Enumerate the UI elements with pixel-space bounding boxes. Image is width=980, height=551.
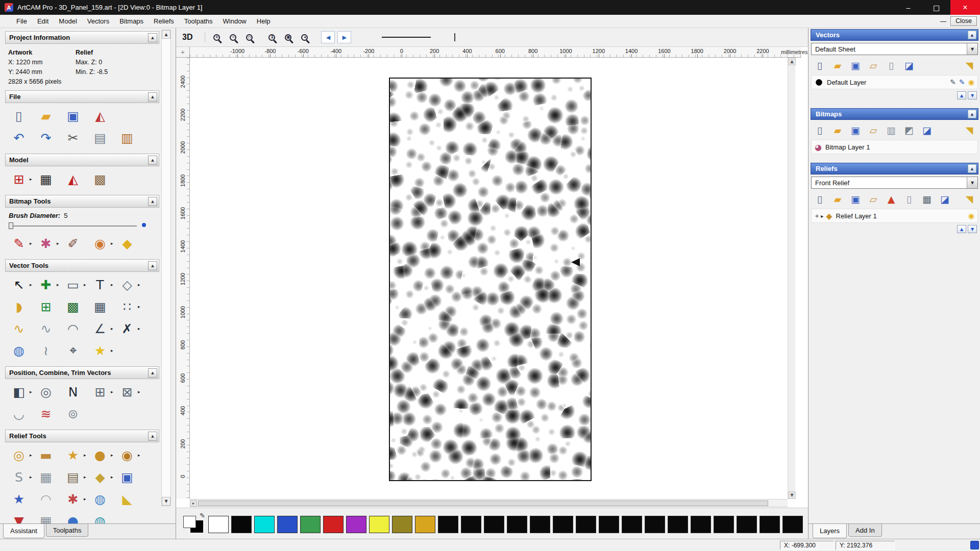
new-vector-layer[interactable]: ▯ (814, 59, 826, 71)
copy-vectors[interactable]: ▤ (89, 127, 111, 148)
new-relief-layer[interactable]: ▯ (814, 193, 826, 205)
pane-splitter-icon[interactable]: ▸ (190, 500, 197, 507)
flyout-arrow-icon[interactable]: ▸ (30, 389, 35, 394)
maximize-button[interactable]: □ (922, 0, 950, 15)
relief-extra-4[interactable]: ◍ (89, 510, 111, 523)
layer-visibility-toggle[interactable]: ◉ (968, 212, 974, 220)
flyout-arrow-icon[interactable]: ▸ (111, 453, 116, 458)
new-sheet[interactable]: ▯ (885, 59, 897, 71)
palette-swatch[interactable] (691, 516, 711, 533)
move-layer-down-button[interactable]: ▼ (968, 225, 977, 233)
two-rail-sweep[interactable]: ◆ (89, 466, 111, 488)
greyscale-toggle[interactable]: ◩ (903, 124, 915, 136)
zoom-in[interactable]: + (209, 31, 224, 44)
weave-wizard[interactable]: ▦ (35, 466, 57, 488)
delete-relief-layer[interactable]: ◪ (939, 193, 951, 205)
line-width-sample[interactable] (382, 37, 431, 38)
wrap-text-abc[interactable]: ▩ (62, 296, 84, 317)
shape-editor[interactable]: ◎ (8, 444, 30, 466)
import-bitmap-layer[interactable]: ▱ (867, 124, 879, 136)
pick-colour[interactable]: ✐ (62, 233, 84, 254)
palette-swatch[interactable] (576, 516, 596, 533)
palette-swatch[interactable] (760, 516, 780, 533)
move-layer-up-button[interactable]: ▲ (957, 225, 966, 233)
save-model[interactable]: ▣ (62, 105, 84, 127)
flyout-arrow-icon[interactable]: ▸ (111, 241, 116, 246)
flyout-arrow-icon[interactable]: ▸ (111, 282, 116, 287)
relief-extra-2[interactable]: ▦ (35, 510, 57, 523)
palette-swatch[interactable] (254, 516, 275, 533)
paint-selective[interactable]: ✱ (35, 233, 57, 254)
adjust-model-lighting[interactable]: ▦ (35, 168, 57, 190)
new-model[interactable]: ▯ (8, 105, 30, 127)
star-wizard[interactable]: ★ (8, 488, 30, 510)
palette-swatch[interactable] (461, 516, 481, 533)
create-rectangle[interactable]: ▭ (62, 274, 84, 295)
move-layer-down-button[interactable]: ▼ (968, 91, 977, 99)
scroll-up-icon[interactable]: ▲ (162, 30, 170, 39)
turn-shape[interactable]: ● (89, 444, 111, 466)
flyout-arrow-icon[interactable]: ▸ (84, 474, 89, 480)
scroll-up-icon[interactable]: ▲ (788, 58, 796, 65)
smooth-relief[interactable]: ▬ (35, 444, 57, 466)
palette-swatch[interactable] (782, 516, 803, 533)
flood-fill[interactable]: ◆ (116, 233, 138, 254)
collapse-icon[interactable]: ▲ (968, 31, 976, 39)
collapse-icon[interactable]: ▲ (148, 261, 157, 270)
palette-swatch[interactable] (438, 516, 458, 533)
relief-extra-1[interactable]: ▼ (8, 510, 30, 523)
menu-item[interactable]: Toolpaths (179, 15, 218, 28)
merge-vector-layers[interactable]: ◥ (963, 59, 975, 71)
open-vector-layer[interactable]: ▰ (831, 59, 844, 71)
zoom-fit[interactable]: ▣ (281, 31, 296, 44)
distort-vectors[interactable]: ≋ (35, 403, 57, 424)
bitmap-to-vector[interactable]: ▥ (885, 124, 897, 136)
collapse-icon[interactable]: ▲ (148, 92, 157, 102)
menu-item[interactable]: Reliefs (149, 15, 179, 28)
open-relief-layer[interactable]: ▰ (831, 193, 844, 205)
flyout-arrow-icon[interactable]: ▸ (30, 282, 35, 287)
save-bitmap-layer[interactable]: ▣ (849, 124, 862, 136)
relief-grid[interactable]: ▦ (921, 193, 933, 205)
menu-item[interactable]: Vectors (82, 15, 114, 28)
flyout-arrow-icon[interactable]: ▸ (30, 474, 35, 480)
new-relief-from-bitmap[interactable]: ▯ (903, 193, 915, 205)
slider-handle[interactable] (9, 222, 13, 229)
flyout-arrow-icon[interactable]: ▸ (30, 241, 35, 246)
collapse-icon[interactable]: ▲ (968, 164, 976, 173)
texture-flower[interactable]: ✱ (62, 488, 84, 510)
flyout-arrow-icon[interactable]: ▸ (111, 348, 116, 353)
texture-relief[interactable]: ◍ (89, 488, 111, 510)
palette-swatch[interactable] (323, 516, 344, 533)
palette-swatch[interactable] (369, 516, 389, 533)
move-layer-up-button[interactable]: ▲ (957, 91, 966, 99)
flyout-arrow-icon[interactable]: ▸ (111, 389, 116, 394)
menu-item[interactable]: Help (252, 15, 276, 28)
view-next[interactable]: ▶ (337, 31, 351, 43)
assistant-scrollbar[interactable]: ▲ ▼ (161, 30, 171, 506)
edit-colour-palette[interactable]: ◉ (89, 233, 111, 254)
palette-swatch[interactable] (553, 516, 573, 533)
block-copy[interactable]: ⊞ (35, 296, 57, 317)
flyout-arrow-icon[interactable]: ▸ (111, 326, 116, 331)
merge-bitmap-layers[interactable]: ◥ (963, 124, 975, 136)
flyout-arrow-icon[interactable]: ▸ (138, 304, 143, 309)
palette-swatch[interactable] (530, 516, 550, 533)
fit-curve[interactable]: ≀ (35, 340, 57, 361)
create-star[interactable]: ★ (89, 340, 111, 361)
angled-plane[interactable]: ◣ (116, 488, 138, 510)
import-3d-model[interactable]: ◭ (89, 105, 111, 127)
mdi-close-button[interactable]: Close (950, 16, 977, 26)
tab-toolpaths[interactable]: Toolpaths (46, 524, 89, 537)
create-polyline[interactable]: ∿ (8, 318, 30, 339)
import-vector-layer[interactable]: ▱ (867, 59, 879, 71)
create-bezier-curve[interactable]: ◠ (62, 318, 84, 339)
paint-brush[interactable]: ✎ (8, 233, 30, 254)
chevron-down-icon[interactable]: ▼ (967, 43, 977, 55)
protect-relief[interactable]: ▣ (116, 466, 138, 488)
paste-vectors[interactable]: ▥ (116, 127, 138, 148)
flyout-arrow-icon[interactable]: ▸ (138, 389, 143, 394)
collapse-icon[interactable]: ▲ (148, 197, 157, 206)
menu-item[interactable]: Window (218, 15, 252, 28)
palette-swatch[interactable] (277, 516, 298, 533)
